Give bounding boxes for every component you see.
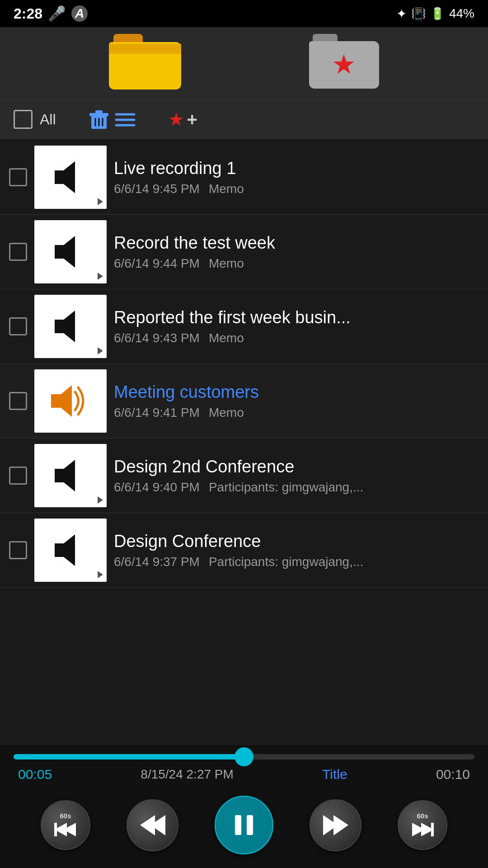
item-title: Design 2nd Conference	[114, 457, 479, 476]
player-bar: 00:05 8/15/24 2:27 PM Title 00:10 60s	[0, 745, 488, 868]
add-star-button[interactable]: ★ +	[168, 109, 197, 130]
svg-rect-2	[95, 110, 103, 113]
play-indicator	[98, 198, 103, 205]
item-meta: 6/6/14 9:37 PM Participants: gimgwajang,…	[114, 555, 479, 569]
list-item[interactable]: Reported the first week busin... 6/6/14 …	[0, 289, 488, 364]
item-date: 6/6/14 9:40 PM	[114, 480, 200, 495]
pause-button[interactable]	[215, 796, 273, 854]
plus-icon: +	[187, 109, 197, 130]
list-item[interactable]: Meeting customers 6/6/14 9:41 PM Memo	[0, 364, 488, 439]
skip-back-label: 60s	[60, 812, 71, 820]
svg-rect-20	[55, 469, 64, 482]
skip-back-60-button[interactable]: 60s	[41, 800, 90, 850]
play-indicator	[98, 273, 103, 280]
item-date: 6/6/14 9:45 PM	[114, 182, 200, 196]
item-title: Live recording 1	[114, 159, 479, 178]
item-checkbox[interactable]	[9, 392, 27, 410]
svg-marker-17	[64, 311, 75, 342]
folder-bar: ★	[0, 27, 488, 99]
list-item[interactable]: Live recording 1 6/6/14 9:45 PM Memo	[0, 140, 488, 215]
pause-icon	[230, 811, 258, 839]
item-date: 6/6/14 9:43 PM	[114, 331, 200, 345]
item-info: Live recording 1 6/6/14 9:45 PM Memo	[114, 159, 479, 196]
play-indicator	[98, 571, 103, 578]
list-item[interactable]: Design Conference 6/6/14 9:37 PM Partici…	[0, 513, 488, 588]
svg-rect-16	[55, 320, 64, 333]
skip-fwd-label: 60s	[417, 812, 428, 820]
player-info: 00:05 8/15/24 2:27 PM Title 00:10	[14, 767, 474, 782]
svg-rect-14	[55, 245, 64, 259]
svg-marker-23	[64, 534, 75, 566]
item-info: Record the test week 6/6/14 9:44 PM Memo	[114, 233, 479, 271]
item-category: Memo	[209, 256, 244, 271]
item-meta: 6/6/14 9:41 PM Memo	[114, 406, 479, 420]
progress-fill	[14, 754, 244, 760]
star-icon: ★	[168, 109, 184, 130]
next-icon	[322, 813, 349, 838]
list-lines-icon	[114, 108, 136, 131]
speaker-icon	[48, 304, 93, 349]
speaker-icon-container	[34, 519, 107, 582]
bluetooth-icon: ✦	[396, 6, 407, 21]
item-meta: 6/6/14 9:45 PM Memo	[114, 182, 479, 196]
speaker-icon-container	[34, 220, 107, 283]
item-title: Record the test week	[114, 233, 479, 253]
notification-icon: A	[71, 5, 88, 22]
all-files-folder[interactable]	[109, 34, 181, 93]
item-title: Reported the first week busin...	[114, 308, 479, 327]
item-category: Memo	[209, 182, 244, 196]
speaker-icon	[48, 528, 93, 573]
progress-bar[interactable]	[14, 754, 474, 760]
all-label: All	[40, 111, 56, 128]
skip-forward-60-button[interactable]: 60s	[398, 800, 447, 850]
battery-icon: 🔋	[430, 7, 445, 21]
item-checkbox[interactable]	[9, 243, 27, 261]
item-category: Memo	[209, 406, 244, 420]
item-info: Meeting customers 6/6/14 9:41 PM Memo	[114, 382, 479, 420]
svg-marker-19	[61, 385, 72, 417]
player-current-time: 00:05	[18, 767, 52, 782]
item-meta: 6/6/14 9:43 PM Memo	[114, 331, 479, 345]
next-button[interactable]	[310, 799, 361, 851]
speaker-icon-container	[34, 444, 107, 507]
item-checkbox[interactable]	[9, 541, 27, 559]
play-indicator	[98, 347, 103, 354]
item-checkbox[interactable]	[9, 317, 27, 335]
select-all-control[interactable]: All	[14, 110, 56, 129]
player-controls: 60s	[14, 791, 474, 863]
item-date: 6/6/14 9:37 PM	[114, 555, 200, 569]
speaker-icon	[48, 229, 93, 274]
item-checkbox[interactable]	[9, 168, 27, 186]
speaker-icon-container-active	[34, 369, 107, 433]
player-total-time: 00:10	[436, 767, 470, 782]
delete-button[interactable]	[88, 108, 136, 131]
status-time: 2:28	[14, 5, 42, 22]
item-meta: 6/6/14 9:44 PM Memo	[114, 256, 479, 271]
svg-marker-13	[64, 161, 75, 193]
mic-icon: 🎤	[48, 5, 66, 22]
list-item[interactable]: Design 2nd Conference 6/6/14 9:40 PM Par…	[0, 439, 488, 513]
status-bar: 2:28 🎤 A ✦ 📳 🔋 44%	[0, 0, 488, 27]
delete-icon	[88, 108, 110, 131]
speaker-icon	[48, 155, 93, 200]
svg-marker-32	[333, 815, 348, 835]
player-title-link[interactable]: Title	[322, 767, 347, 782]
speaker-icon	[48, 453, 93, 498]
item-checkbox[interactable]	[9, 467, 27, 485]
progress-thumb[interactable]	[235, 747, 253, 766]
starred-files-folder[interactable]: ★	[309, 34, 379, 93]
svg-marker-15	[64, 236, 75, 268]
all-checkbox[interactable]	[14, 110, 33, 129]
item-title-active: Meeting customers	[114, 382, 479, 402]
svg-rect-18	[51, 394, 61, 408]
item-category: Memo	[209, 331, 244, 345]
svg-rect-30	[247, 815, 253, 835]
recording-list: Live recording 1 6/6/14 9:45 PM Memo Rec…	[0, 140, 488, 588]
previous-button[interactable]	[127, 799, 178, 851]
item-info: Design 2nd Conference 6/6/14 9:40 PM Par…	[114, 457, 479, 495]
list-item[interactable]: Record the test week 6/6/14 9:44 PM Memo	[0, 215, 488, 289]
toolbar: All ★ +	[0, 99, 488, 140]
play-indicator	[98, 496, 103, 504]
star-red-icon: ★	[332, 51, 356, 78]
speaker-icon-active	[46, 378, 95, 424]
